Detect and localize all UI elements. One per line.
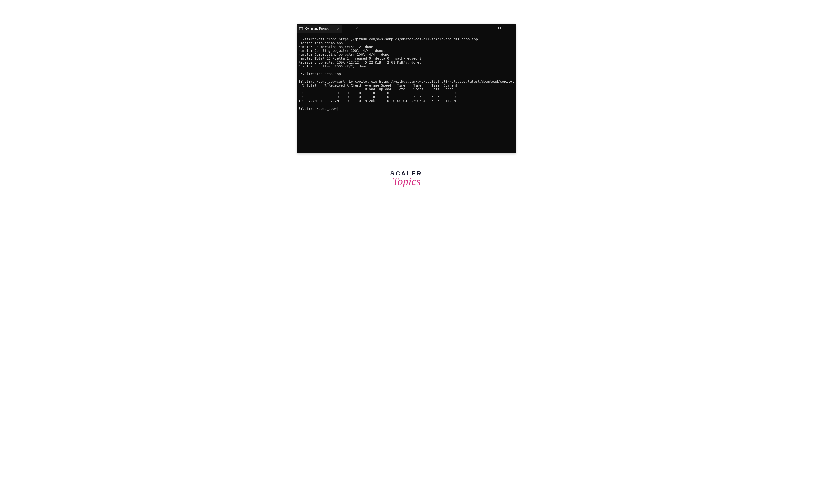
terminal-tab[interactable]: Command Prompt [297, 25, 342, 33]
terminal-line: E:\simran\demo_app>| [298, 107, 515, 110]
terminal-line: remote: Compressing objects: 100% (4/4),… [298, 53, 515, 56]
title-bar-left: Command Prompt [297, 24, 361, 33]
terminal-line [298, 76, 515, 80]
terminal-line: E:\simran\demo_app>curl -Lo copilot.exe … [298, 80, 515, 83]
terminal-line: remote: Enumerating objects: 12, done. [298, 45, 515, 49]
maximize-button[interactable] [494, 24, 505, 33]
tab-close-button[interactable] [336, 27, 340, 31]
terminal-line: 0 0 0 0 0 0 0 0 --:--:-- --:--:-- --:--:… [298, 95, 515, 99]
terminal-line: Resolving deltas: 100% (2/2), done. [298, 64, 515, 68]
terminal-line: Cloning into 'demo_app'... [298, 41, 515, 45]
terminal-line [298, 103, 515, 107]
watermark-logo: SCALER Topics [390, 170, 423, 188]
command-prompt-icon [299, 27, 303, 30]
terminal-window: Command Prompt [297, 24, 516, 153]
terminal-output[interactable]: E:\simran>git clone https://github.com/a… [297, 33, 516, 153]
terminal-line: remote: Counting objects: 100% (4/4), do… [298, 49, 515, 53]
close-button[interactable] [505, 24, 516, 33]
svg-rect-8 [499, 27, 501, 29]
terminal-line: E:\simran>cd demo_app [298, 72, 515, 76]
minimize-button[interactable] [483, 24, 494, 33]
terminal-line: 100 37.7M 100 37.7M 0 0 9126k 0 0:00:04 … [298, 99, 515, 103]
svg-rect-1 [299, 27, 303, 28]
window-controls [483, 24, 516, 33]
new-tab-button[interactable] [344, 24, 352, 33]
terminal-line: Dload Upload Total Spent Left Speed [298, 87, 515, 91]
tab-dropdown-button[interactable] [352, 24, 361, 33]
terminal-line: % Total % Received % Xferd Average Speed… [298, 83, 515, 87]
terminal-line: remote: Total 12 (delta 1), reused 0 (de… [298, 56, 515, 60]
terminal-line: 0 0 0 0 0 0 0 0 --:--:-- --:--:-- --:--:… [298, 91, 515, 95]
terminal-line: Receiving objects: 100% (12/12), 5.22 Ki… [298, 60, 515, 64]
tab-title: Command Prompt [305, 27, 334, 30]
watermark-line2: Topics [392, 175, 421, 188]
terminal-line [298, 68, 515, 72]
title-controls [344, 24, 361, 33]
terminal-line: E:\simran>git clone https://github.com/a… [298, 37, 515, 41]
title-bar: Command Prompt [297, 24, 516, 33]
